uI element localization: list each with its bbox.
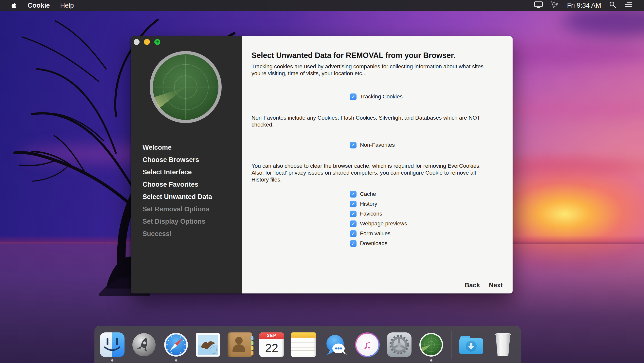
form-values-label: Form values [360,230,390,237]
dock-item-safari[interactable] [164,327,188,363]
apple-menu-icon[interactable] [11,2,17,9]
favicons-label: Favicons [360,210,382,217]
calendar-icon: SEP 22 [260,332,284,357]
webpage-previews-checkbox[interactable] [350,220,356,227]
dock-item-itunes[interactable]: ♫ [355,327,380,363]
radar-logo [149,50,223,124]
finder-icon [100,332,124,357]
dock-item-messages[interactable] [323,327,348,363]
music-note-glyph: ♫ [363,338,372,352]
running-indicator [430,359,432,362]
page-title: Select Unwanted Data for REMOVAL from yo… [252,51,456,60]
cache-label: Cache [360,191,376,197]
contacts-icon [228,332,252,357]
system-preferences-icon [387,332,412,357]
tracking-cookies-label: Tracking Cookies [360,94,402,100]
wizard-content: Select Unwanted Data for REMOVAL from yo… [242,36,512,294]
form-values-row[interactable]: Form values [350,228,407,238]
trash-icon [491,332,515,357]
display-mirroring-icon[interactable] [534,1,543,10]
notes-icon [291,332,316,357]
step-choose-favorites[interactable]: Choose Favorites [142,178,212,190]
cache-checkbox[interactable] [350,191,356,198]
non-favorites-checkbox[interactable] [350,142,356,148]
dock-item-cookie[interactable] [419,327,444,363]
cookie-wizard-window: + [131,36,512,294]
history-checkbox[interactable] [350,201,356,208]
calendar-day: 22 [260,339,284,357]
step-set-removal-options[interactable]: Set Removal Options [142,203,212,215]
tracking-cookies-description: Tracking cookies are used by advertising… [252,63,493,77]
dock-item-mail[interactable] [196,327,220,363]
history-label: History [360,201,377,207]
window-sidebar: + [131,36,242,294]
favicons-checkbox[interactable] [350,210,356,217]
dock-item-contacts[interactable] [228,327,252,363]
tracking-cookies-checkbox[interactable] [350,94,356,100]
step-select-unwanted-data[interactable]: Select Unwanted Data [142,190,212,203]
step-set-display-options[interactable]: Set Display Options [142,215,212,228]
zoom-button[interactable]: + [154,39,160,45]
dock-item-system-preferences[interactable] [387,327,412,363]
form-values-checkbox[interactable] [350,230,356,237]
non-favorites-label: Non-Favorites [360,142,395,148]
webpage-previews-label: Webpage previews [360,220,407,227]
dock-item-trash[interactable] [491,327,515,363]
messages-icon [323,332,348,357]
menu-bar-status-area: Fri 9:34 AM [534,1,644,10]
downloads-checkbox[interactable] [350,240,356,247]
favicons-row[interactable]: Favicons [350,209,407,219]
spotlight-icon[interactable] [609,1,616,10]
cookie-app-icon [419,332,444,357]
notification-center-icon[interactable] [624,1,633,10]
safari-icon [164,332,188,357]
history-row[interactable]: History [350,199,407,209]
dock-item-calendar[interactable]: SEP 22 [260,327,284,363]
wizard-nav-buttons: Back Next [464,281,503,289]
mail-icon [196,332,220,357]
cache-description: You can also choose to clear the browser… [252,162,493,183]
dock: SEP 22 [94,326,521,363]
data-checkbox-group: Cache History Favicons Webpage previews … [350,189,407,248]
dock-item-launchpad[interactable] [132,327,156,363]
cache-row[interactable]: Cache [350,189,407,199]
webpage-previews-row[interactable]: Webpage previews [350,219,407,228]
downloads-folder-icon [459,332,484,357]
downloads-label: Downloads [360,240,387,246]
running-indicator [175,359,177,362]
itunes-icon: ♫ [355,332,380,357]
next-button[interactable]: Next [489,281,503,289]
downloads-row[interactable]: Downloads [350,238,407,248]
tracking-cookies-row[interactable]: Tracking Cookies [350,92,402,102]
step-success[interactable]: Success! [142,228,212,240]
wizard-steps: Welcome Choose Browsers Select Interface… [142,141,212,240]
dock-item-finder[interactable] [100,327,124,363]
dock-item-downloads[interactable] [459,327,484,363]
step-choose-browsers[interactable]: Choose Browsers [142,154,212,166]
menu-app-name[interactable]: Cookie [28,2,50,9]
running-indicator [111,359,114,362]
dock-item-notes[interactable] [291,327,316,363]
calendar-month: SEP [260,332,284,339]
menu-bar: Cookie Help Fri 9:34 AM [0,0,644,11]
desktop: Cookie Help Fri 9:34 AM [0,0,644,363]
cookie-status-icon[interactable] [551,1,559,10]
non-favorites-description: Non-Favorites include any Cookies, Flash… [252,114,493,128]
non-favorites-row[interactable]: Non-Favorites [350,140,395,150]
minimize-button[interactable] [144,39,150,45]
menu-help[interactable]: Help [60,2,74,9]
menu-bar-clock[interactable]: Fri 9:34 AM [567,2,601,9]
step-welcome[interactable]: Welcome [142,141,212,154]
close-button[interactable] [134,39,140,45]
step-select-interface[interactable]: Select Interface [142,166,212,178]
back-button[interactable]: Back [464,281,480,289]
dock-separator [451,331,452,358]
launchpad-icon [132,332,156,357]
menu-bar-left: Cookie Help [0,2,84,9]
